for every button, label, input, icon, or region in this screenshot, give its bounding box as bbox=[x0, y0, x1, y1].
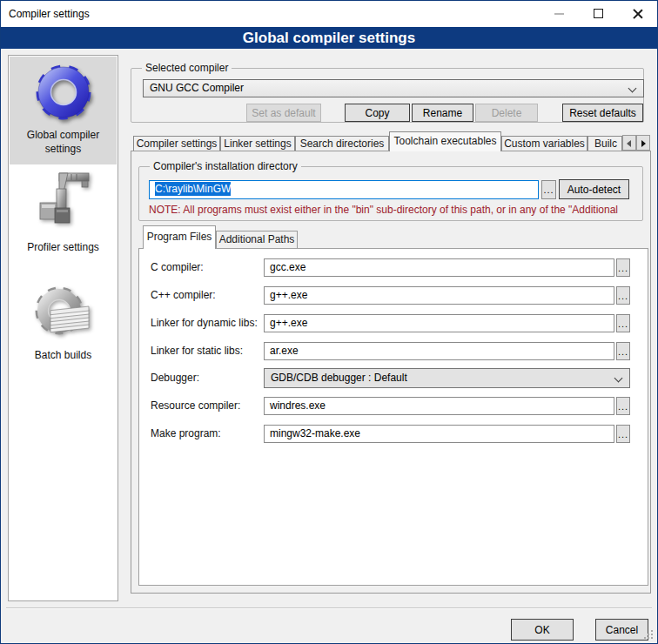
rename-button[interactable]: Rename bbox=[412, 104, 473, 122]
maximize-button[interactable] bbox=[579, 1, 618, 26]
tab-search-directories[interactable]: Search directories bbox=[295, 136, 389, 151]
close-button[interactable] bbox=[618, 1, 657, 26]
scroll-right-icon bbox=[641, 140, 646, 147]
page-title: Global compiler settings bbox=[1, 27, 657, 49]
tab-scroll-right-button[interactable] bbox=[636, 135, 650, 151]
scroll-left-icon bbox=[627, 140, 631, 147]
tab-scroll-left-button[interactable] bbox=[622, 135, 636, 151]
field-label-linker-static: Linker for static libs: bbox=[151, 345, 243, 357]
delete-button[interactable]: Delete bbox=[475, 104, 538, 122]
cpp-compiler-input[interactable]: g++.exe bbox=[264, 286, 614, 305]
minimize-button[interactable] bbox=[540, 1, 579, 26]
group-label: Selected compiler bbox=[142, 62, 232, 74]
field-label-debugger: Debugger: bbox=[151, 372, 199, 384]
compiler-settings-dialog: Compiler settings Global compiler settin… bbox=[0, 0, 658, 644]
bin-directory-note: NOTE: All programs must exist either in … bbox=[149, 204, 643, 216]
close-icon bbox=[632, 8, 644, 20]
subtab-program-files[interactable]: Program Files bbox=[143, 225, 216, 249]
gear-stack-icon bbox=[31, 283, 96, 345]
compiler-select-value: GNU GCC Compiler bbox=[150, 82, 244, 94]
field-label-resource-compiler: Resource compiler: bbox=[151, 399, 240, 412]
sidebar-item-batch-builds[interactable]: Batch builds bbox=[10, 278, 117, 373]
tab-linker-settings[interactable]: Linker settings bbox=[220, 136, 295, 151]
debugger-select-value: GDB/CDB debugger : Default bbox=[271, 372, 407, 384]
chevron-down-icon bbox=[614, 374, 623, 383]
copy-button[interactable]: Copy bbox=[345, 104, 410, 122]
compiler-select[interactable]: GNU GCC Compiler bbox=[143, 79, 644, 97]
sidebar-item-label: Batch builds bbox=[10, 348, 117, 362]
minimize-icon bbox=[554, 13, 564, 15]
window-title: Compiler settings bbox=[9, 8, 90, 20]
ok-button[interactable]: OK bbox=[511, 619, 574, 641]
install-dir-input[interactable]: C:\raylib\MinGW bbox=[149, 180, 539, 199]
linker-dynamic-browse-button[interactable]: ... bbox=[616, 314, 630, 332]
tab-custom-variables[interactable]: Custom variables bbox=[501, 136, 588, 151]
make-program-input[interactable]: mingw32-make.exe bbox=[264, 425, 614, 443]
make-program-browse-button[interactable]: ... bbox=[616, 425, 630, 443]
caliper-icon bbox=[33, 170, 94, 238]
reset-defaults-button[interactable]: Reset defaults bbox=[562, 104, 643, 122]
field-label-cpp-compiler: C++ compiler: bbox=[151, 289, 216, 301]
sidebar-item-label: Global compiler settings bbox=[10, 128, 117, 156]
field-label-make-program: Make program: bbox=[151, 427, 221, 439]
tab-toolchain-executables[interactable]: Toolchain executables bbox=[389, 131, 501, 151]
footer-divider bbox=[6, 607, 652, 609]
settings-sidebar: Global compiler settings bbox=[8, 55, 118, 601]
set-as-default-button[interactable]: Set as default bbox=[246, 104, 321, 122]
resource-compiler-browse-button[interactable]: ... bbox=[616, 397, 630, 415]
cancel-button[interactable]: Cancel bbox=[595, 619, 648, 641]
tab-build-truncated[interactable]: Builc bbox=[588, 136, 622, 151]
tab-compiler-settings[interactable]: Compiler settings bbox=[133, 136, 220, 151]
field-label-linker-dynamic: Linker for dynamic libs: bbox=[151, 317, 258, 329]
sidebar-item-label: Profiler settings bbox=[10, 240, 117, 254]
resource-compiler-input[interactable]: windres.exe bbox=[264, 397, 614, 415]
gear-blue-icon bbox=[31, 61, 96, 125]
debugger-select[interactable]: GDB/CDB debugger : Default bbox=[264, 368, 630, 388]
field-label-c-compiler: C compiler: bbox=[151, 261, 204, 273]
c-compiler-browse-button[interactable]: ... bbox=[616, 258, 630, 277]
chevron-down-icon bbox=[628, 84, 637, 93]
resize-grip[interactable] bbox=[651, 637, 653, 639]
sidebar-item-profiler-settings[interactable]: Profiler settings bbox=[10, 167, 117, 258]
title-bar: Compiler settings bbox=[1, 1, 657, 27]
subtab-additional-paths[interactable]: Additional Paths bbox=[216, 231, 298, 248]
linker-dynamic-input[interactable]: g++.exe bbox=[264, 314, 614, 332]
selected-text: C:\raylib\MinGW bbox=[155, 182, 231, 196]
maximize-icon bbox=[594, 9, 603, 18]
linker-static-input[interactable]: ar.exe bbox=[264, 342, 614, 360]
c-compiler-input[interactable]: gcc.exe bbox=[264, 258, 614, 277]
linker-static-browse-button[interactable]: ... bbox=[616, 342, 630, 360]
sidebar-item-global-compiler-settings[interactable]: Global compiler settings bbox=[10, 57, 117, 164]
install-dir-browse-button[interactable]: ... bbox=[541, 180, 556, 199]
cpp-compiler-browse-button[interactable]: ... bbox=[616, 286, 630, 305]
group-label: Compiler's installation directory bbox=[150, 160, 301, 172]
